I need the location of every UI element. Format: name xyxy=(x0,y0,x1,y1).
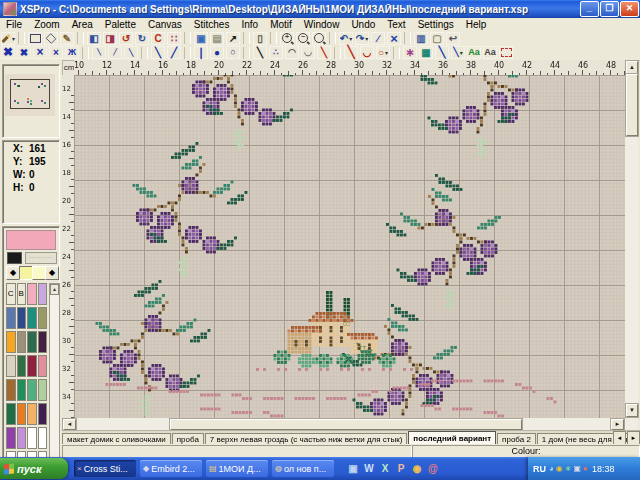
palette-c-button[interactable]: C xyxy=(6,283,16,305)
palette-swatch[interactable] xyxy=(17,355,27,377)
delete-stitch[interactable]: × xyxy=(386,31,402,46)
rect-select-tool[interactable] xyxy=(27,31,43,46)
palette-swatch[interactable] xyxy=(27,427,37,449)
half-stitch-fwd[interactable]: × xyxy=(48,45,64,60)
palette-swatch[interactable] xyxy=(27,283,37,305)
backstitch-blue-alt-dropdown-icon[interactable]: ▾ xyxy=(460,49,463,56)
palette-swatch[interactable] xyxy=(38,283,48,305)
word-icon[interactable]: W xyxy=(362,462,376,476)
dashed-select-tool[interactable] xyxy=(498,45,514,60)
palette-swatch[interactable] xyxy=(6,427,16,449)
black-colour-swatch[interactable] xyxy=(7,252,22,264)
palette-b-button[interactable]: B xyxy=(17,283,27,305)
app-orange-icon[interactable]: ◉ xyxy=(410,462,424,476)
tray-icon-antivirus[interactable]: ∗ xyxy=(565,464,572,474)
pencil-tool-dropdown-icon[interactable]: ▾ xyxy=(12,35,15,42)
pointer-mode[interactable]: ↗ xyxy=(225,31,241,46)
mail-icon[interactable]: @ xyxy=(426,462,440,476)
current-colour-swatch[interactable] xyxy=(6,230,56,250)
half-back-slash[interactable]: ╲ xyxy=(150,45,166,60)
taskbar-task-button[interactable]: ◆Embird 2... xyxy=(140,460,202,477)
text-tool-solid[interactable]: Aa xyxy=(482,45,498,60)
horizontal-scroll-thumb[interactable] xyxy=(170,419,522,430)
palette-swatch[interactable] xyxy=(17,307,27,329)
half-stitch-back[interactable]: × xyxy=(32,45,48,60)
undo[interactable]: ↶▾ xyxy=(338,31,354,46)
maximize-button[interactable]: ❐ xyxy=(600,1,619,17)
menu-help[interactable]: Help xyxy=(460,18,493,31)
palette-swatch[interactable] xyxy=(17,379,27,401)
zoom-in[interactable]: + xyxy=(279,31,295,46)
circle-tool-dropdown-icon[interactable]: ▾ xyxy=(385,49,388,56)
pattern-fill-tool[interactable]: ▦ xyxy=(418,45,434,60)
media-app-icon[interactable]: ▣ xyxy=(346,462,360,476)
draw-line[interactable]: ∕ xyxy=(370,31,386,46)
palette-swatch[interactable] xyxy=(6,331,16,353)
french-knot[interactable]: ○ xyxy=(225,45,241,60)
palette-swatch[interactable] xyxy=(6,403,16,425)
text-tool-outline[interactable]: Aa xyxy=(466,45,482,60)
back-view[interactable]: ↩ xyxy=(445,31,461,46)
palette-swatch[interactable] xyxy=(38,379,48,401)
tray-icon-clock[interactable]: ◉ xyxy=(556,464,563,474)
pale-yellow-button[interactable] xyxy=(32,266,46,280)
tray-icon-network[interactable]: ▣ xyxy=(574,464,582,474)
powerpoint-icon[interactable]: P xyxy=(394,462,408,476)
menu-area[interactable]: Area xyxy=(66,18,99,31)
double-stitch[interactable]: Ж xyxy=(64,45,80,60)
taskbar-task-button[interactable]: ▤1МОИ Д... xyxy=(206,460,268,477)
paste-motif[interactable]: ▥ xyxy=(413,31,429,46)
palette-options-button[interactable]: ········ xyxy=(25,252,57,264)
menu-settings[interactable]: Settings xyxy=(412,18,460,31)
pattern-preview[interactable] xyxy=(2,64,60,138)
loop-stitch[interactable]: ◡ xyxy=(300,45,316,60)
straight-stitch[interactable]: ❘ xyxy=(193,45,209,60)
taskbar-task-button[interactable]: ◍ол нов п... xyxy=(272,460,334,477)
rotate-free[interactable]: C xyxy=(150,31,166,46)
tab-scroll-left-icon[interactable]: ◄ xyxy=(613,431,626,445)
bead-tool[interactable]: ● xyxy=(209,45,225,60)
menu-file[interactable]: File xyxy=(0,18,28,31)
backstitch-black[interactable]: ╲ xyxy=(252,45,268,60)
language-indicator[interactable]: RU xyxy=(533,464,546,474)
palette-scroll-up-icon[interactable]: ▲ xyxy=(50,284,59,295)
close-button[interactable]: ✕ xyxy=(620,1,639,17)
three-quarter-stitch[interactable]: ✖ xyxy=(16,45,32,60)
menu-stitches[interactable]: Stitches xyxy=(188,18,236,31)
menu-window[interactable]: Window xyxy=(298,18,346,31)
knot-colour-tool[interactable]: ∗ xyxy=(402,45,418,60)
palette-swatch[interactable] xyxy=(38,355,48,377)
special-stitch[interactable]: ∴ xyxy=(268,45,284,60)
palette-swatch[interactable] xyxy=(27,379,37,401)
circle-tool[interactable]: ○▾ xyxy=(375,45,391,60)
tray-icon-update[interactable]: ● xyxy=(583,464,588,474)
scroll-up-icon[interactable]: ▲ xyxy=(626,61,638,74)
pattern-tab[interactable]: последний вариант xyxy=(408,431,496,445)
curve-stitch[interactable]: ◠ xyxy=(284,45,300,60)
scroll-down-icon[interactable]: ▼ xyxy=(626,404,638,417)
palette-swatch[interactable] xyxy=(17,403,27,425)
palette-swatch[interactable] xyxy=(27,403,37,425)
backstitch-red[interactable]: ╲ xyxy=(316,45,332,60)
zoom-out[interactable]: − xyxy=(295,31,311,46)
freehand-select-tool[interactable]: ✎ xyxy=(59,31,75,46)
mirror-horizontal[interactable]: ◧ xyxy=(86,31,102,46)
stitch-canvas[interactable] xyxy=(74,75,625,418)
quarter-stitch-bl[interactable]: ╲ xyxy=(123,45,139,60)
palette-swatch[interactable] xyxy=(6,307,16,329)
quarter-stitch-tl[interactable]: ╲ xyxy=(91,45,107,60)
palette-swatch[interactable] xyxy=(6,355,16,377)
pencil-tool[interactable]: ▾ xyxy=(0,31,16,46)
diamond-mode-left-button[interactable]: ◆ xyxy=(6,266,20,280)
palette-swatch[interactable] xyxy=(27,355,37,377)
scale-motif[interactable]: ∷ xyxy=(166,31,182,46)
canvas-vertical-scrollbar[interactable]: ▲ ▼ xyxy=(625,60,638,418)
vertical-scroll-thumb[interactable] xyxy=(626,74,638,136)
zoom-reset[interactable] xyxy=(311,31,327,46)
menu-undo[interactable]: Undo xyxy=(345,18,381,31)
menu-info[interactable]: Info xyxy=(235,18,264,31)
menu-palette[interactable]: Palette xyxy=(99,18,142,31)
backstitch-blue-alt[interactable]: ╲▾ xyxy=(450,45,466,60)
new-sheet[interactable]: ▢ xyxy=(429,31,445,46)
start-button[interactable]: пуск xyxy=(0,458,68,479)
